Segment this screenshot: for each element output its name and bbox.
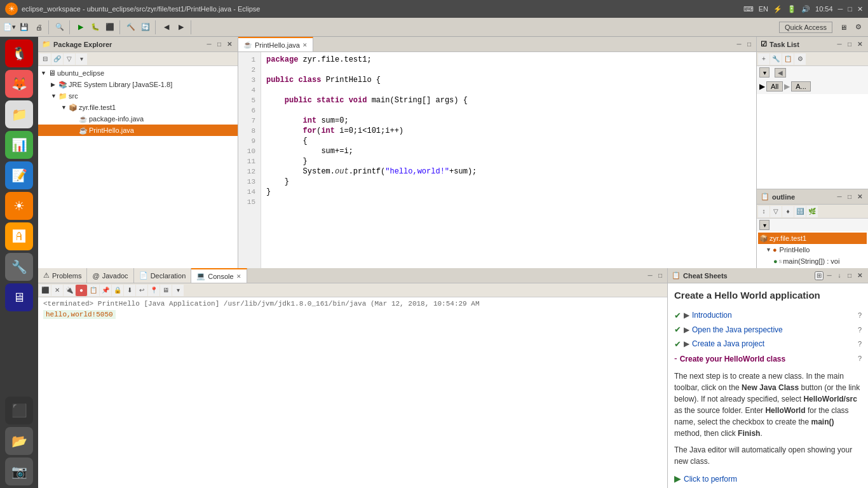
pkg-filter[interactable]: ▽	[64, 53, 75, 65]
taskbar-eclipse[interactable]: ☀	[5, 192, 33, 220]
code-text[interactable]: package zyr.file.test1; public class Pri…	[261, 52, 756, 268]
tree-ubuntu-eclipse[interactable]: ▼ 🖥 ubuntu_eclipse	[38, 67, 238, 79]
editor-maximize[interactable]: □	[745, 40, 754, 49]
cheat-close[interactable]: ✕	[855, 271, 864, 280]
console-scroll-end[interactable]: ⬇	[124, 285, 135, 296]
save-button[interactable]: 💾	[17, 20, 31, 34]
cheat-minimize[interactable]: ─	[825, 271, 834, 280]
console-paste[interactable]: 📌	[100, 285, 111, 296]
task-filter-all[interactable]: All	[766, 81, 783, 92]
task-icon2[interactable]: 🔧	[770, 53, 782, 65]
cheat-restore[interactable]: ↓	[835, 271, 844, 280]
task-icon4[interactable]: ⚙	[794, 53, 806, 65]
taskbar-tools[interactable]: 🔧	[5, 253, 33, 281]
taskbar-ubuntu[interactable]: 🐧	[5, 39, 33, 67]
cheat-btn1[interactable]: ⊞	[815, 271, 824, 280]
pkg-close[interactable]: ✕	[225, 40, 234, 49]
stop-button[interactable]: ⬛	[103, 20, 117, 34]
taskbar-firefox[interactable]: 🦊	[5, 70, 33, 98]
console-scroll-lock[interactable]: 🔒	[112, 285, 123, 296]
tree-jre[interactable]: ▶ 📚 JRE System Library [JavaSE-1.8]	[38, 79, 238, 90]
new-button[interactable]: 📄▾	[3, 20, 17, 34]
outline-expand-btn[interactable]: ▾	[759, 220, 770, 230]
print-button[interactable]: 🖨	[32, 20, 46, 34]
task-expand-btn[interactable]: ▾	[759, 67, 770, 78]
tab-console[interactable]: 💻 Console ✕	[191, 268, 247, 283]
taskbar-monitor[interactable]: 🖥	[5, 283, 33, 311]
pkg-maximize[interactable]: □	[215, 40, 224, 49]
taskbar-files[interactable]: 📁	[5, 100, 33, 128]
console-open-console[interactable]: 🖥	[160, 285, 172, 296]
editor-content[interactable]: 1 2 3 4 5 6 7 8 9 10 11 12 13 14	[238, 52, 756, 268]
run-button[interactable]: ▶	[74, 20, 88, 34]
help-intro[interactable]: ?	[858, 310, 862, 321]
outline-filter4[interactable]: 🌿	[806, 206, 818, 217]
perspective-button[interactable]: 🖥	[836, 20, 850, 34]
search-button[interactable]: 🔍	[53, 20, 67, 34]
pkg-minimize[interactable]: ─	[205, 40, 214, 49]
pkg-menu[interactable]: ▾	[76, 53, 87, 65]
window-maximize[interactable]: □	[848, 5, 852, 13]
task-close[interactable]: ✕	[855, 40, 864, 49]
task-minimize[interactable]: ─	[835, 40, 844, 49]
help-helloworld[interactable]: ?	[858, 353, 862, 364]
outline-minimize[interactable]: ─	[835, 193, 844, 201]
task-expand2[interactable]: ▶	[759, 82, 765, 91]
tree-package[interactable]: ▼ 📦 zyr.file.test1	[38, 102, 238, 113]
console-clear[interactable]: ●	[76, 285, 87, 296]
debug-button[interactable]: 🐛	[88, 20, 102, 34]
taskbar-files2[interactable]: 📂	[5, 427, 33, 455]
cheat-link-java-persp[interactable]: Open the Java perspective	[692, 324, 783, 336]
outline-filter1[interactable]: ▽	[770, 206, 782, 217]
tree-src[interactable]: ▼ 📁 src	[38, 90, 238, 102]
tab-javadoc[interactable]: @ Javadoc	[87, 268, 133, 283]
task-back-btn[interactable]: ◀	[775, 68, 786, 78]
outline-sort[interactable]: ↕	[758, 206, 770, 217]
tab-close-btn[interactable]: ✕	[302, 42, 308, 48]
task-filter-a[interactable]: A...	[791, 81, 811, 92]
pkg-link[interactable]: 🔗	[51, 53, 63, 65]
cheat-perform-link[interactable]: Click to perform	[684, 473, 737, 485]
console-stop[interactable]: ⬛	[39, 285, 51, 296]
editor-tab-printhello[interactable]: ☕ PrintHello.java ✕	[238, 37, 313, 51]
cheat-link-helloworld[interactable]: Create your HelloWorld class	[680, 353, 786, 365]
console-disconnect[interactable]: 🔌	[64, 285, 75, 296]
cheat-maximize[interactable]: □	[845, 271, 854, 280]
outline-filter2[interactable]: ♦	[782, 206, 794, 217]
console-word-wrap[interactable]: ↩	[136, 285, 147, 296]
quick-access-button[interactable]: Quick Access	[779, 22, 832, 33]
help-java-persp[interactable]: ?	[858, 325, 862, 336]
pkg-collapse[interactable]: ⊟	[39, 53, 51, 65]
taskbar-writer[interactable]: 📝	[5, 161, 33, 189]
window-close[interactable]: ✕	[857, 5, 863, 13]
editor-minimize[interactable]: ─	[735, 40, 743, 49]
back-button[interactable]: ◀	[159, 20, 173, 34]
outline-filter3[interactable]: 🔠	[794, 206, 806, 217]
window-minimize[interactable]: ─	[838, 5, 843, 13]
taskbar-calc[interactable]: 📊	[5, 131, 33, 159]
tab-declaration[interactable]: 📄 Declaration	[134, 268, 192, 283]
outline-package-item[interactable]: 📦 zyr.file.test1	[758, 233, 867, 244]
taskbar-terminal[interactable]: ⬛	[5, 396, 33, 424]
tree-package-info[interactable]: ☕ package-info.java	[38, 113, 238, 125]
tree-printhello[interactable]: ☕ PrintHello.java	[38, 125, 238, 136]
refresh-button[interactable]: 🔄	[139, 20, 153, 34]
console-maximize[interactable]: □	[656, 271, 665, 280]
task-add[interactable]: +	[758, 53, 770, 65]
taskbar-camera[interactable]: 📷	[5, 458, 33, 485]
console-menu[interactable]: ▾	[172, 285, 184, 296]
help-java-proj[interactable]: ?	[858, 339, 862, 349]
settings-button[interactable]: ⚙	[851, 20, 865, 34]
forward-button[interactable]: ▶	[174, 20, 188, 34]
console-close[interactable]: ✕	[236, 273, 241, 280]
build-button[interactable]: 🔨	[124, 20, 138, 34]
outline-close[interactable]: ✕	[855, 193, 864, 201]
outline-method-item[interactable]: ● s main(String[]) : voi	[758, 255, 867, 267]
outline-maximize[interactable]: □	[845, 193, 854, 201]
task-maximize[interactable]: □	[845, 40, 854, 49]
tab-problems[interactable]: ⚠ Problems	[38, 268, 87, 283]
console-terminate[interactable]: ✕	[51, 285, 63, 296]
cheat-link-java-proj[interactable]: Create a Java project	[692, 338, 764, 349]
taskbar-amazon[interactable]: 🅰	[5, 222, 33, 250]
console-minimize[interactable]: ─	[646, 271, 654, 280]
